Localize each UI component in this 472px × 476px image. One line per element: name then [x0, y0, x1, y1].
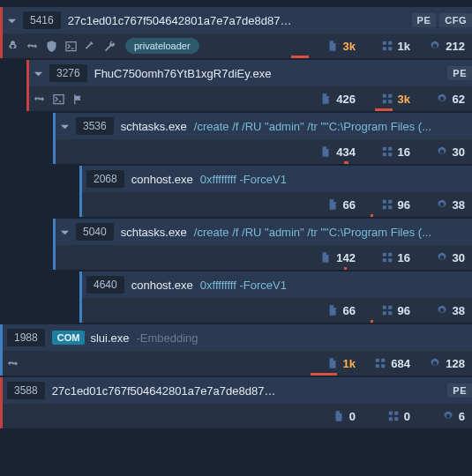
stat-modules[interactable]: 16 — [366, 250, 410, 264]
stat-files[interactable]: 66 — [311, 303, 356, 317]
process-name[interactable]: 27c1ed01c767f504642801a7e7a7de8d87dbc87d… — [68, 14, 297, 27]
stat-files[interactable]: 426 — [311, 92, 356, 106]
terminal-icon[interactable] — [51, 92, 65, 106]
process-name[interactable]: schtasks.exe — [121, 120, 187, 133]
transfer-icon[interactable] — [25, 39, 39, 53]
tree-toggle[interactable] — [56, 118, 72, 134]
stat-modules[interactable]: 96 — [366, 303, 410, 317]
format-badge: PE — [447, 66, 472, 80]
hammer-icon[interactable] — [83, 39, 97, 53]
stat-value: 684 — [391, 357, 410, 370]
tree-toggle[interactable] — [56, 224, 72, 240]
stat-value: 3k — [398, 93, 410, 106]
stat-files[interactable]: 142 — [311, 250, 356, 264]
stat-value: 128 — [446, 357, 465, 370]
file-icon — [318, 92, 333, 106]
modules-icon — [386, 409, 401, 423]
process-pid: 5416 — [23, 11, 61, 29]
stat-files[interactable]: 66 — [311, 197, 356, 212]
terminal-icon[interactable] — [64, 39, 78, 53]
registry-icon — [435, 145, 449, 159]
modules-icon — [380, 197, 394, 212]
wrench-icon[interactable] — [102, 39, 116, 53]
format-badge: CFG — [439, 13, 472, 27]
file-icon — [326, 303, 340, 317]
process-name[interactable]: FhuC750omh76YtB1xgR7diEy.exe — [94, 67, 272, 80]
shield-icon[interactable] — [44, 39, 58, 53]
process-name[interactable]: 27c1ed01c767f504642801a7e7a7de8d87dbc87d… — [52, 384, 281, 398]
stat-value: 3k — [343, 40, 356, 53]
process-pid: 4640 — [86, 276, 124, 294]
process-name[interactable]: conhost.exe — [131, 173, 193, 186]
stat-reg[interactable]: 128 — [421, 356, 465, 370]
format-badge: PE — [412, 13, 437, 27]
process-args: 0xffffffff -ForceV1 — [200, 173, 472, 186]
registry-icon — [428, 356, 442, 370]
stat-value: 96 — [398, 304, 410, 317]
flag-icon[interactable] — [71, 92, 85, 106]
stat-value: 30 — [453, 251, 465, 264]
stat-modules[interactable]: 96 — [366, 197, 410, 212]
process-name[interactable]: schtasks.exe — [121, 226, 187, 239]
process-name[interactable]: slui.exe — [90, 331, 129, 345]
tree-toggle[interactable] — [4, 12, 19, 28]
stat-value: 0 — [349, 410, 356, 423]
stat-files[interactable]: 3k — [311, 39, 356, 53]
registry-icon — [428, 39, 442, 53]
registry-icon — [435, 303, 449, 317]
stat-reg[interactable]: 38 — [421, 303, 465, 317]
stat-value: 434 — [336, 145, 356, 159]
stat-reg[interactable]: 30 — [421, 250, 465, 264]
process-args: /create /f /RU "admin" /tr ""C:\Program … — [194, 226, 472, 239]
stat-reg[interactable]: 212 — [421, 39, 465, 53]
process-name[interactable]: conhost.exe — [131, 279, 193, 292]
stat-reg[interactable]: 6 — [421, 409, 465, 423]
file-icon — [318, 145, 333, 159]
stat-modules[interactable]: 684 — [366, 356, 410, 370]
modules-icon — [380, 145, 394, 159]
transfer-icon[interactable] — [5, 356, 19, 370]
file-icon — [332, 409, 346, 423]
stat-value: 142 — [336, 251, 356, 264]
format-badge: PE — [447, 383, 472, 398]
modules-icon — [380, 39, 394, 53]
stat-value: 38 — [453, 304, 465, 317]
stat-value: 1k — [343, 357, 356, 370]
stat-reg[interactable]: 30 — [421, 145, 465, 159]
file-icon — [326, 39, 340, 53]
stat-value: 16 — [398, 251, 410, 264]
stat-reg[interactable]: 38 — [421, 197, 465, 212]
tree-toggle[interactable] — [30, 65, 46, 81]
stat-value: 212 — [446, 40, 465, 53]
process-args: /create /f /RU "admin" /tr ""C:\Program … — [194, 120, 472, 133]
stat-modules[interactable]: 16 — [366, 145, 410, 159]
stat-value: 1k — [398, 40, 410, 53]
registry-icon — [441, 409, 455, 423]
process-pid: 3536 — [76, 117, 114, 135]
stat-value: 66 — [343, 198, 356, 212]
stat-modules[interactable]: 0 — [366, 409, 410, 423]
process-pid: 3588 — [7, 382, 45, 399]
biohazard-icon[interactable] — [5, 39, 19, 53]
stat-value: 96 — [398, 198, 410, 212]
process-pid: 3276 — [49, 64, 87, 82]
stat-value: 38 — [453, 198, 465, 212]
threat-tag[interactable]: privateloader — [125, 38, 199, 54]
stat-files[interactable]: 434 — [311, 145, 356, 159]
file-icon — [326, 356, 340, 370]
file-icon — [326, 197, 340, 212]
stat-files[interactable]: 0 — [311, 409, 356, 423]
process-args: -Embedding — [136, 331, 472, 345]
stat-value: 6 — [459, 410, 465, 423]
process-pid: 1988 — [7, 329, 45, 346]
stat-files[interactable]: 1k — [311, 356, 356, 370]
com-tag: COM — [52, 331, 86, 345]
stat-modules[interactable]: 3k — [366, 92, 410, 106]
file-icon — [318, 250, 333, 264]
stat-reg[interactable]: 62 — [421, 92, 465, 106]
registry-icon — [435, 197, 449, 212]
modules-icon — [373, 356, 387, 370]
modules-icon — [380, 92, 394, 106]
stat-modules[interactable]: 1k — [366, 39, 410, 53]
transfer-icon[interactable] — [32, 92, 46, 106]
